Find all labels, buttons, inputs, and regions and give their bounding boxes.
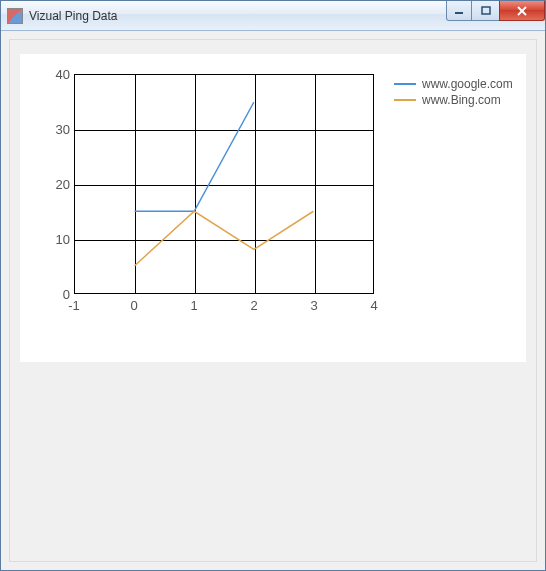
x-tick-label: 0 [130, 298, 137, 313]
x-tick-label: -1 [68, 298, 80, 313]
chart-panel: 40 30 20 10 0 -1 0 1 2 3 4 [20, 54, 526, 362]
close-button[interactable] [499, 1, 545, 21]
maximize-button[interactable] [471, 1, 500, 21]
window-title: Vizual Ping Data [29, 9, 118, 23]
close-icon [516, 6, 528, 16]
x-tick-label: 2 [250, 298, 257, 313]
x-tick-label: 3 [310, 298, 317, 313]
chart-plot: 40 30 20 10 0 -1 0 1 2 3 4 [34, 70, 386, 322]
y-tick-label: 20 [34, 177, 70, 192]
svg-rect-0 [455, 12, 463, 14]
content-panel: 40 30 20 10 0 -1 0 1 2 3 4 [9, 39, 537, 562]
legend-swatch [394, 83, 416, 85]
minimize-button[interactable] [446, 1, 472, 21]
client-area: 40 30 20 10 0 -1 0 1 2 3 4 [1, 31, 545, 570]
y-tick-label: 10 [34, 232, 70, 247]
legend-item: www.Bing.com [394, 92, 513, 108]
series-line-0 [135, 102, 254, 211]
legend-label: www.google.com [422, 77, 513, 91]
chart-legend: www.google.com www.Bing.com [394, 76, 513, 356]
titlebar[interactable]: Vizual Ping Data [1, 1, 545, 31]
minimize-icon [454, 6, 464, 16]
x-tick-label: 4 [370, 298, 377, 313]
plot-area [74, 74, 374, 294]
maximize-icon [481, 6, 491, 16]
x-tick-label: 1 [190, 298, 197, 313]
series-line-1 [135, 211, 314, 266]
y-tick-label: 40 [34, 67, 70, 82]
app-icon [7, 8, 23, 24]
app-window: Vizual Ping Data 40 30 [0, 0, 546, 571]
svg-rect-1 [482, 7, 490, 14]
legend-swatch [394, 99, 416, 101]
window-controls [447, 1, 545, 21]
y-tick-label: 0 [34, 287, 70, 302]
y-tick-label: 30 [34, 122, 70, 137]
legend-label: www.Bing.com [422, 93, 501, 107]
chart-lines [75, 75, 373, 293]
legend-item: www.google.com [394, 76, 513, 92]
